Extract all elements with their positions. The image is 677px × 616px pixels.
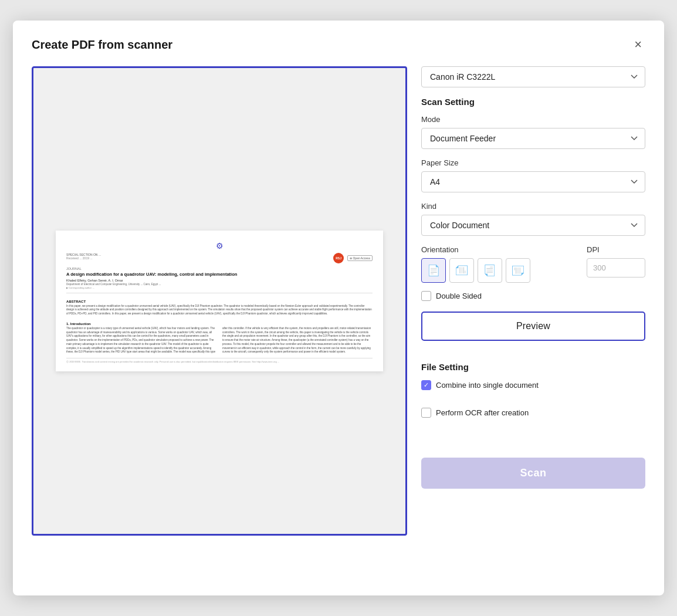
doc-icon: ⚙ — [66, 241, 373, 251]
mode-label: Mode — [421, 115, 645, 124]
orient-portrait-icon: 📄 — [427, 264, 440, 277]
paper-size-field: Paper Size A4A3LetterLegal — [421, 158, 645, 192]
dpi-label: DPI — [587, 245, 645, 254]
orient-portrait-flip-btn[interactable]: 📄 — [478, 258, 502, 283]
combine-row: Combine into single document — [421, 380, 645, 390]
preview-button[interactable]: Preview — [421, 312, 645, 341]
doc-corr: ▶ Corresponding author: ... — [66, 286, 373, 289]
orient-landscape-left-icon: 📄 — [455, 264, 468, 277]
double-sided-checkbox[interactable] — [421, 291, 431, 301]
orient-portrait-btn[interactable]: 📄 — [421, 258, 446, 283]
ocr-checkbox[interactable] — [421, 408, 431, 418]
kind-label: Kind — [421, 202, 645, 211]
rsj-logo: RSJ — [333, 253, 344, 263]
kind-field: Kind Color DocumentGrayscaleBlack & Whit… — [421, 202, 645, 236]
orient-portrait-flip-icon: 📄 — [483, 264, 496, 277]
doc-body-text: The quadrotor or quadcopter is a rotary … — [66, 327, 373, 354]
preview-panel: ⚙ SPECIAL SECTION ON ... Received ... 20… — [32, 66, 407, 536]
orientation-group: Orientation 📄 📄 📄 — [421, 245, 576, 283]
doc-logo: RSJ ⊕ Open Access — [333, 253, 373, 263]
mode-dropdown[interactable]: Document FeederFlatbed — [421, 128, 645, 149]
orientation-label: Orientation — [421, 245, 576, 254]
doc-journal: JOURNAL — [66, 267, 373, 270]
doc-authors: Khaled Elfeky, Gehan Sereir, A. I. Omar — [66, 279, 373, 282]
orient-landscape-right-btn[interactable]: 📄 — [506, 258, 530, 283]
dialog-title: Create PDF from scanner — [32, 38, 172, 52]
doc-section-1: 1. Introduction — [66, 322, 373, 326]
open-access-badge: ⊕ Open Access — [347, 255, 373, 261]
document-preview: ⚙ SPECIAL SECTION ON ... Received ... 20… — [56, 231, 383, 371]
dialog-header: Create PDF from scanner × — [32, 37, 645, 52]
ocr-row: Perform OCR after creation — [421, 408, 645, 418]
close-button[interactable]: × — [631, 37, 645, 52]
create-pdf-dialog: Create PDF from scanner × ⚙ SPECIAL SECT… — [13, 21, 664, 595]
file-setting-section: File Setting Combine into single documen… — [421, 362, 645, 428]
doc-affiliation: Department of Electrical and Computer En… — [66, 283, 373, 286]
scan-setting-section: Scan Setting Mode Document FeederFlatbed… — [421, 97, 645, 354]
scanner-dropdown[interactable]: Canon iR C3222LHP LaserJet ProEpson Work… — [421, 66, 645, 87]
combine-checkbox[interactable] — [421, 380, 431, 390]
doc-abstract-label: ABSTRACT — [66, 300, 373, 303]
combine-label: Combine into single document — [436, 381, 539, 390]
doc-main-title: A design modification for a quadrotor UA… — [66, 272, 373, 277]
doc-header: SPECIAL SECTION ON ... Received ... 2019… — [66, 253, 373, 263]
doc-abstract-text: In this paper, we present a design modif… — [66, 304, 373, 316]
dpi-input[interactable] — [587, 258, 645, 277]
file-setting-title: File Setting — [421, 362, 645, 372]
orient-landscape-left-btn[interactable]: 📄 — [449, 258, 474, 283]
file-checkboxes: Combine into single document Perform OCR… — [421, 380, 645, 428]
doc-meta-left: SPECIAL SECTION ON ... Received ... 2019… — [66, 253, 101, 260]
mode-field: Mode Document FeederFlatbed — [421, 115, 645, 149]
orient-landscape-right-icon: 📄 — [512, 264, 524, 277]
scan-button[interactable]: Scan — [421, 458, 645, 489]
settings-panel: Canon iR C3222LHP LaserJet ProEpson Work… — [421, 66, 645, 489]
scanner-select-group: Canon iR C3222LHP LaserJet ProEpson Work… — [421, 66, 645, 87]
kind-dropdown[interactable]: Color DocumentGrayscaleBlack & White — [421, 215, 645, 236]
doc-title-area: JOURNAL A design modification for a quad… — [66, 267, 373, 293]
double-sided-label: Double Sided — [436, 292, 482, 300]
paper-size-dropdown[interactable]: A4A3LetterLegal — [421, 171, 645, 192]
orientation-dpi-row: Orientation 📄 📄 📄 — [421, 245, 645, 283]
double-sided-row: Double Sided — [421, 291, 645, 301]
doc-footer: ⓒ 2019 IEEE. Translations and content mi… — [66, 358, 373, 363]
paper-size-label: Paper Size — [421, 158, 645, 167]
dpi-group: DPI — [587, 245, 645, 277]
orientation-buttons: 📄 📄 📄 📄 — [421, 258, 576, 283]
scan-setting-title: Scan Setting — [421, 97, 645, 107]
ocr-label: Perform OCR after creation — [436, 408, 529, 417]
dialog-body: ⚙ SPECIAL SECTION ON ... Received ... 20… — [32, 66, 645, 536]
